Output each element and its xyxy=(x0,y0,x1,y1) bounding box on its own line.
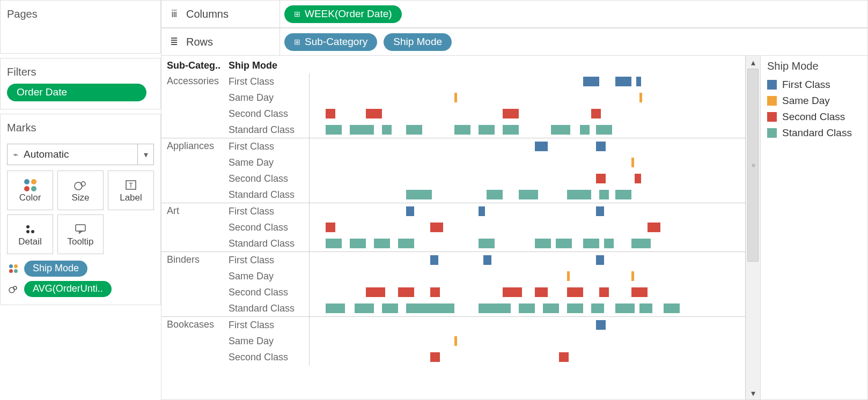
gantt-bar[interactable] xyxy=(596,142,606,151)
legend-item[interactable]: Standard Class xyxy=(766,125,862,141)
scroll-thumb[interactable]: ≡ xyxy=(747,69,759,262)
scroll-down-icon[interactable]: ▾ xyxy=(751,387,755,399)
gantt-bar[interactable] xyxy=(636,77,641,86)
legend-item[interactable]: Second Class xyxy=(766,109,862,125)
gantt-bar[interactable] xyxy=(479,206,485,216)
gantt-bar[interactable] xyxy=(406,303,454,313)
gantt-bar[interactable] xyxy=(596,206,604,216)
gantt-bar[interactable] xyxy=(535,287,548,297)
gantt-bar[interactable] xyxy=(567,190,591,199)
gantt-bar[interactable] xyxy=(551,125,570,135)
gantt-bar[interactable] xyxy=(503,125,519,135)
gantt-bar[interactable] xyxy=(454,336,457,346)
gantt-bar[interactable] xyxy=(406,125,422,135)
gantt-bar[interactable] xyxy=(583,77,599,86)
gantt-bar[interactable] xyxy=(382,303,398,313)
gantt-bar[interactable] xyxy=(355,303,374,313)
marks-label-button[interactable]: T Label xyxy=(108,171,154,210)
encoding-pill-shipmode[interactable]: Ship Mode xyxy=(24,261,87,277)
gantt-bar[interactable] xyxy=(519,303,535,313)
gantt-bar[interactable] xyxy=(635,174,641,183)
gantt-bar[interactable] xyxy=(350,239,366,248)
gantt-bar[interactable] xyxy=(503,109,519,118)
gantt-bar[interactable] xyxy=(454,93,457,102)
legend-item[interactable]: Same Day xyxy=(766,93,862,109)
scroll-track[interactable]: ≡ xyxy=(746,69,760,387)
gantt-bar[interactable] xyxy=(535,239,551,248)
gantt-bar[interactable] xyxy=(519,190,538,199)
gantt-bar[interactable] xyxy=(559,352,569,362)
gantt-bar[interactable] xyxy=(326,239,342,248)
gantt-bar[interactable] xyxy=(567,271,570,281)
gantt-bar[interactable] xyxy=(483,255,491,265)
marks-detail-button[interactable]: Detail xyxy=(7,214,53,254)
viz-canvas[interactable]: Sub-Categ.. Ship Mode AccessoriesFirst C… xyxy=(161,56,745,399)
rows-shelf[interactable]: ≣ Rows Sub-Category Ship Mode xyxy=(161,28,868,56)
gantt-bar[interactable] xyxy=(591,109,601,118)
gantt-bar[interactable] xyxy=(374,239,390,248)
gantt-bar[interactable] xyxy=(664,303,680,313)
gantt-bar[interactable] xyxy=(615,303,635,313)
gantt-bar[interactable] xyxy=(567,287,583,297)
gantt-bar[interactable] xyxy=(479,303,511,313)
gantt-bar[interactable] xyxy=(487,190,503,199)
gantt-bar[interactable] xyxy=(596,174,606,183)
columns-pill-week-orderdate[interactable]: WEEK(Order Date) xyxy=(284,5,402,23)
gantt-bar[interactable] xyxy=(631,271,634,281)
filter-pill-order-date[interactable]: Order Date xyxy=(7,84,146,101)
gantt-bar[interactable] xyxy=(599,190,609,199)
gantt-bar[interactable] xyxy=(615,77,631,86)
gantt-bar[interactable] xyxy=(398,239,414,248)
gantt-bar[interactable] xyxy=(543,303,559,313)
marks-type-dropdown[interactable]: ⌁ Automatic ▾ xyxy=(7,144,154,165)
rows-pill-shipmode[interactable]: Ship Mode xyxy=(384,33,452,51)
gantt-bar[interactable] xyxy=(599,287,609,297)
gantt-bar[interactable] xyxy=(479,239,495,248)
gantt-bar[interactable] xyxy=(406,190,432,199)
columns-shelf[interactable]: ⅲ Columns WEEK(Order Date) xyxy=(161,0,868,28)
gantt-bar[interactable] xyxy=(583,239,599,248)
marks-color-button[interactable]: Color xyxy=(7,171,53,210)
gantt-bar[interactable] xyxy=(326,109,335,118)
gantt-bar[interactable] xyxy=(591,303,604,313)
gantt-bar[interactable] xyxy=(479,125,495,135)
encoding-pill-avg-orderuntil[interactable]: AVG(OrderUnti.. xyxy=(24,281,112,297)
gantt-bar[interactable] xyxy=(430,223,443,232)
gantt-bar[interactable] xyxy=(326,303,345,313)
gantt-bar[interactable] xyxy=(567,303,583,313)
gantt-bar[interactable] xyxy=(596,255,604,265)
gantt-bar[interactable] xyxy=(366,109,382,118)
gantt-bar[interactable] xyxy=(350,125,374,135)
gantt-bar[interactable] xyxy=(580,125,590,135)
gantt-bar[interactable] xyxy=(366,287,385,297)
gantt-bar[interactable] xyxy=(503,287,522,297)
gantt-bar[interactable] xyxy=(406,206,414,216)
gantt-bar[interactable] xyxy=(454,125,470,135)
gantt-bar[interactable] xyxy=(648,223,660,232)
gantt-bar[interactable] xyxy=(631,287,648,297)
gantt-bar[interactable] xyxy=(382,125,392,135)
rows-pill-subcategory[interactable]: Sub-Category xyxy=(284,33,377,51)
gantt-bar[interactable] xyxy=(631,158,634,167)
legend-item[interactable]: First Class xyxy=(766,77,862,93)
vertical-scrollbar[interactable]: ▴ ≡ ▾ xyxy=(745,56,760,399)
gantt-bar[interactable] xyxy=(430,287,440,297)
gantt-bar[interactable] xyxy=(535,142,548,151)
gantt-bar[interactable] xyxy=(639,303,652,313)
gantt-bar[interactable] xyxy=(596,125,612,135)
gantt-bar[interactable] xyxy=(326,125,342,135)
scroll-up-icon[interactable]: ▴ xyxy=(751,56,755,69)
gantt-bar[interactable] xyxy=(604,239,614,248)
gantt-bar[interactable] xyxy=(430,352,440,362)
gantt-bar[interactable] xyxy=(596,320,606,330)
gantt-bar[interactable] xyxy=(556,239,572,248)
shipmode-label: First Class xyxy=(229,203,309,219)
gantt-bar[interactable] xyxy=(631,239,651,248)
gantt-bar[interactable] xyxy=(639,93,642,102)
marks-size-button[interactable]: Size xyxy=(57,171,104,210)
gantt-bar[interactable] xyxy=(398,287,414,297)
gantt-bar[interactable] xyxy=(430,255,438,265)
gantt-bar[interactable] xyxy=(326,223,335,232)
marks-tooltip-button[interactable]: Tooltip xyxy=(57,214,104,254)
gantt-bar[interactable] xyxy=(615,190,631,199)
